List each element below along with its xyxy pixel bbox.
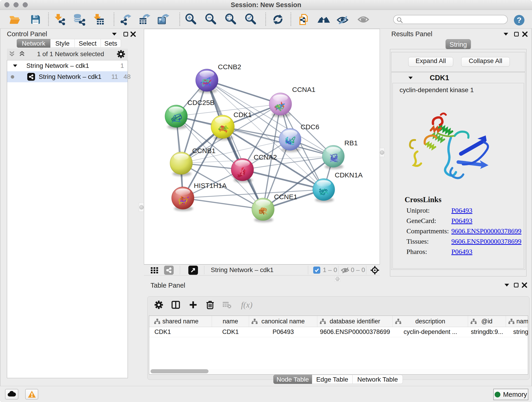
save-session-button[interactable] [29, 13, 42, 26]
warnings-button[interactable] [25, 389, 38, 400]
cell-canonical-name[interactable]: P06493 [249, 327, 317, 337]
cloud-button[interactable] [5, 389, 18, 400]
column-header-namespace[interactable]: namespace [506, 316, 528, 327]
node-HIST1H1A[interactable] [172, 187, 194, 211]
node-CCNE1[interactable] [252, 198, 274, 222]
memory-button[interactable]: Memory [493, 389, 528, 400]
network-share-button[interactable] [164, 266, 174, 275]
tab-node-table[interactable]: Node Table [273, 375, 312, 384]
open-in-window-button[interactable] [188, 266, 198, 275]
expand-all-networks-button[interactable] [17, 51, 27, 57]
expand-all-button[interactable]: Expand All [408, 57, 453, 67]
table-options-button[interactable] [154, 300, 164, 310]
export-table-button[interactable] [138, 13, 151, 26]
export-image-button[interactable] [157, 13, 170, 26]
tab-edge-table[interactable]: Edge Table [312, 375, 353, 384]
table-panel-close-button[interactable] [521, 282, 527, 288]
protein-section-header[interactable]: CDK1 [391, 72, 525, 83]
search-input[interactable] [405, 16, 505, 24]
control-panel-float-button[interactable] [123, 31, 129, 37]
show-grid-button[interactable] [149, 266, 159, 275]
tab-string[interactable]: String [446, 39, 471, 49]
node-label-CDC6: CDC6 [301, 123, 319, 131]
edge-CCNB2-CCNE1[interactable] [207, 80, 263, 209]
show-all-button[interactable] [357, 13, 370, 26]
column-header-shared-name[interactable]: shared name [149, 316, 212, 327]
copy-pages-icon [298, 13, 310, 26]
protein-structure-image [404, 110, 495, 186]
node-CDK1[interactable] [211, 115, 234, 140]
node-CCNA1[interactable] [269, 93, 292, 117]
copy-button[interactable] [298, 13, 311, 26]
node-CCNB1[interactable] [170, 152, 192, 176]
cell-name[interactable]: CDK1 [212, 327, 249, 337]
table-horizontal-scrollbar[interactable] [150, 369, 527, 374]
results-panel-menu-button[interactable] [503, 31, 509, 37]
crosslink-link[interactable]: P06493 [451, 217, 472, 225]
protein-description: cyclin-dependent kinase 1 [399, 86, 474, 94]
open-session-button[interactable] [8, 13, 21, 26]
network-row[interactable]: String Network – cdk1 11 48 [7, 71, 128, 82]
selected-checkbox[interactable] [313, 267, 320, 274]
network-canvas[interactable]: CCNB2CCNA1CDC25BCDK1CDC6RB1CCNB1CCNA2CDK… [144, 29, 380, 264]
cell-database-identifier[interactable]: 9606.ENSP00000378699 [317, 327, 393, 337]
column-header-description[interactable]: description [393, 316, 468, 327]
import-network-from-database-button[interactable] [73, 13, 86, 26]
tab-network[interactable]: Network [17, 39, 51, 48]
column-header-database-identifier[interactable]: database identifier [317, 316, 393, 327]
tab-network-table[interactable]: Network Table [353, 375, 403, 384]
results-panel-float-button[interactable] [513, 31, 519, 37]
refresh-button[interactable] [271, 13, 285, 26]
network-collection-row[interactable]: String Network – cdk1 1 [7, 60, 128, 71]
control-panel-menu-button[interactable] [111, 31, 117, 37]
column-header-name[interactable]: name [212, 316, 249, 327]
node-CDC25B[interactable] [165, 105, 187, 129]
right-splitter-handle[interactable] [380, 148, 385, 157]
column-header-canonical-name[interactable]: canonical name [249, 316, 317, 327]
export-table-icon [138, 13, 151, 26]
collapse-all-networks-button[interactable] [7, 51, 17, 57]
node-CDC6[interactable] [279, 128, 301, 152]
import-network-button[interactable] [53, 13, 66, 26]
cell-description[interactable]: cyclin-dependent ... [393, 327, 468, 337]
column-header-id[interactable]: @id [468, 316, 506, 327]
tab-sets[interactable]: Sets [101, 39, 121, 48]
table-panel-float-button[interactable] [513, 282, 519, 288]
collapse-all-button[interactable]: Collapse All [461, 57, 510, 67]
edge-HIST1H1A-CCNE1[interactable] [183, 198, 263, 209]
table-panel-menu-button[interactable] [504, 282, 510, 288]
zoom-in-button[interactable] [185, 13, 198, 26]
hide-selected-button[interactable] [336, 13, 349, 26]
network-options-button[interactable] [114, 50, 128, 58]
tab-style[interactable]: Style [51, 39, 75, 48]
zoom-out-button[interactable] [205, 13, 218, 26]
export-network-button[interactable] [119, 13, 132, 26]
crosslink-link[interactable]: 9606.ENSP00000378699 [451, 227, 521, 235]
node-label-CCNA2: CCNA2 [254, 153, 277, 161]
crosslink-link[interactable]: 9606.ENSP00000378699 [451, 237, 521, 245]
cell-namespace[interactable]: stringdb [506, 327, 528, 337]
control-panel-close-button[interactable] [130, 31, 136, 37]
cell-shared-name[interactable]: CDK1 [149, 327, 212, 337]
tab-select[interactable]: Select [75, 39, 101, 48]
edge-CCNB2-CCNA1[interactable] [207, 80, 280, 104]
zoom-selected-button[interactable] [244, 13, 258, 26]
node-RB1[interactable] [322, 145, 344, 169]
results-panel-close-button[interactable] [522, 31, 528, 37]
zoom-fit-button[interactable] [225, 13, 238, 26]
crosslink-link[interactable]: P06493 [451, 248, 472, 255]
add-column-button[interactable] [188, 300, 198, 310]
crosslink-link[interactable]: P06493 [451, 206, 472, 214]
search-networks-button[interactable] [317, 13, 330, 26]
help-button[interactable]: ? [513, 13, 526, 27]
scrollbar-thumb[interactable] [151, 369, 209, 373]
show-columns-button[interactable] [171, 300, 181, 310]
left-splitter-handle[interactable] [139, 203, 144, 212]
cell-id[interactable]: stringdb:9... [468, 327, 506, 337]
node-CDKN1A[interactable] [313, 179, 335, 202]
bottom-splitter-handle[interactable] [335, 276, 341, 281]
import-table-button[interactable] [92, 13, 105, 26]
table-row[interactable]: CDK1CDK1P064939606.ENSP00000378699cyclin… [149, 327, 528, 337]
birds-eye-view-button[interactable] [370, 265, 380, 275]
delete-column-button[interactable] [205, 300, 215, 310]
